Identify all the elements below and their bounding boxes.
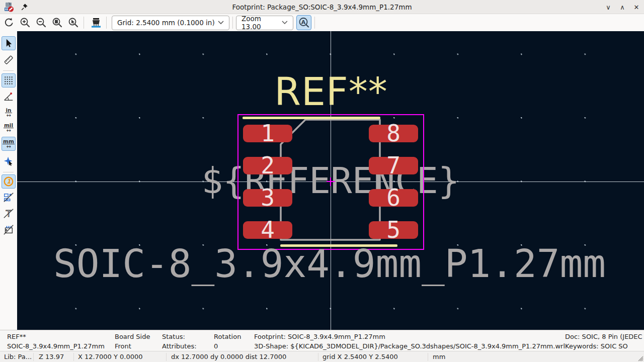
grid-select-value: Grid: 2.5400 mm (0.1000 in): [117, 19, 215, 27]
pad-7: 7: [369, 157, 418, 174]
info-footprint-name: SOIC-8_3.9x4.9mm_P1.27mm: [7, 341, 105, 351]
status-cursor-position: X 12.7000 Y 0.0000: [78, 352, 143, 361]
pad-6: 6: [369, 189, 418, 207]
status-zoom: Z 13.97: [39, 352, 64, 361]
zoom-fit-button[interactable]: [50, 16, 64, 30]
left-toolbar-separator: [3, 172, 14, 172]
toolbar-separator: [106, 17, 107, 29]
info-rotation: Rotation 0: [214, 332, 241, 351]
window-rolldown-button[interactable]: ∧: [618, 3, 627, 12]
refresh-icon: [3, 17, 15, 29]
status-label: Status:: [162, 332, 197, 341]
status-relative-position: dx 12.7000 dy 0.0000 dist 12.7000: [171, 352, 286, 361]
pad-5: 5: [369, 221, 418, 239]
auto-zoom-icon: A: [298, 17, 310, 29]
info-status: Status: Attributes:: [162, 332, 197, 351]
units-inches-button[interactable]: in ↔: [2, 106, 16, 120]
status-separator: [73, 353, 74, 361]
window-close-button[interactable]: ✕: [632, 3, 641, 12]
auto-zoom-toggle[interactable]: A: [296, 15, 311, 30]
chevron-down-icon: [282, 21, 288, 25]
crosshair-cursor-icon: [3, 156, 14, 167]
footprint-info-bar: REF** SOIC-8_3.9x4.9mm_P1.27mm Board Sid…: [0, 330, 644, 351]
zoom-in-button[interactable]: [18, 16, 32, 30]
pad-number-icon: 1: [3, 176, 14, 187]
window-rollup-button[interactable]: ∨: [604, 3, 613, 12]
shape-3d-path: 3D-Shape: ${KICAD6_3DMODEL_DIR}/Package_…: [254, 341, 565, 351]
polar-coordinates-icon: [3, 91, 14, 102]
info-board-side: Board Side Front: [115, 332, 150, 351]
toolbar-separator: [314, 17, 315, 29]
status-separator: [33, 353, 34, 361]
zoom-select-value: Zoom 13.00: [242, 15, 282, 31]
top-toolbar: Grid: 2.5400 mm (0.1000 in) Zoom 13.00 A: [0, 14, 644, 31]
svg-text:A: A: [301, 19, 306, 26]
board-side-label: Board Side: [115, 332, 150, 341]
status-bar: Lib: Pa... Z 13.97 X 12.7000 Y 0.0000 dx…: [0, 351, 644, 362]
svg-text:1: 1: [7, 178, 11, 185]
footprint-canvas[interactable]: REF** ${REFERENCE} 1 2 3 4 5 6 7 8 SOIC-…: [17, 31, 644, 330]
status-library: Lib: Pa...: [4, 352, 32, 361]
cursor-icon: [4, 38, 14, 48]
fullscreen-cursor-toggle[interactable]: [2, 154, 16, 168]
zoom-fit-icon: [51, 17, 63, 29]
graphics-sketch-mode-toggle[interactable]: [2, 223, 16, 237]
zoom-selection-button[interactable]: [66, 16, 80, 30]
show-3d-viewer-button[interactable]: [89, 16, 103, 30]
left-toolbar-separator: [3, 70, 14, 71]
pad-3: 3: [243, 189, 292, 207]
keywords-text: Keywords: SOIC SO: [565, 341, 644, 351]
select-tool-button[interactable]: [2, 36, 16, 50]
footprint-path: Footprint: SOIC-8_3.9x4.9mm_P1.27mm: [254, 332, 565, 341]
show-pad-numbers-toggle[interactable]: 1: [2, 174, 16, 189]
doc-text: Doc: SOIC, 8 Pin (JEDEC M: [565, 332, 644, 341]
zoom-out-button[interactable]: [34, 16, 48, 30]
3d-viewer-icon: [90, 16, 103, 29]
zoom-out-icon: [35, 17, 47, 29]
info-reference: REF**: [7, 332, 105, 341]
text-outline-icon: T: [3, 208, 14, 219]
units-mils-button[interactable]: mil ↔: [2, 121, 16, 135]
refresh-button[interactable]: [2, 16, 16, 30]
info-paths: Footprint: SOIC-8_3.9x4.9mm_P1.27mm 3D-S…: [254, 332, 565, 351]
rotation-label: Rotation: [214, 332, 241, 341]
grid-select[interactable]: Grid: 2.5400 mm (0.1000 in): [112, 16, 229, 30]
attributes-label: Attributes:: [162, 341, 197, 351]
show-grid-toggle[interactable]: [2, 73, 16, 87]
graphics-outline-icon: [3, 224, 14, 235]
window-title: Footprint: Package_SO:SOIC-8_3.9x4.9mm_P…: [0, 3, 644, 11]
text-sketch-mode-toggle[interactable]: T: [2, 207, 16, 221]
pads-outline-icon: [3, 192, 14, 203]
units-mm-button[interactable]: mm ↔: [2, 137, 16, 151]
rotation-value: 0: [214, 341, 241, 351]
toolbar-separator: [232, 17, 233, 29]
resize-grip[interactable]: [635, 353, 643, 361]
pad-8: 8: [369, 125, 418, 142]
measure-tool-button[interactable]: [2, 53, 16, 67]
pad-4: 4: [243, 221, 292, 239]
pad-2: 2: [243, 157, 292, 174]
silkscreen-top-line: [243, 117, 380, 119]
polar-coords-toggle[interactable]: [2, 89, 16, 104]
status-grid: grid X 2.5400 Y 2.5400: [323, 352, 398, 361]
status-separator: [166, 353, 167, 361]
pad-1: 1: [243, 125, 292, 142]
pad-sketch-mode-toggle[interactable]: [2, 191, 16, 205]
zoom-selection-icon: [67, 17, 79, 29]
info-doc: Doc: SOIC, 8 Pin (JEDEC M Keywords: SOIC…: [565, 332, 644, 351]
left-toolbar: in ↔ mil ↔ mm ↔ 1 T: [0, 31, 17, 330]
zoom-select[interactable]: Zoom 13.00: [236, 16, 293, 30]
status-separator: [428, 353, 428, 361]
title-bar: Footprint: Package_SO:SOIC-8_3.9x4.9mm_P…: [0, 0, 644, 14]
ruler-icon: [3, 54, 14, 65]
info-identity: REF** SOIC-8_3.9x4.9mm_P1.27mm: [7, 332, 105, 351]
board-side-value: Front: [115, 341, 150, 351]
zoom-in-icon: [19, 17, 31, 29]
grid-dots-icon: [4, 75, 14, 85]
toolbar-separator: [84, 17, 84, 29]
chevron-down-icon: [218, 21, 224, 25]
fab-value-text: SOIC-8_3.9x4.9mm_P1.27mm: [53, 241, 606, 286]
status-separator: [318, 353, 318, 361]
footprint-anchor-icon: [327, 181, 335, 182]
status-units: mm: [433, 352, 445, 361]
